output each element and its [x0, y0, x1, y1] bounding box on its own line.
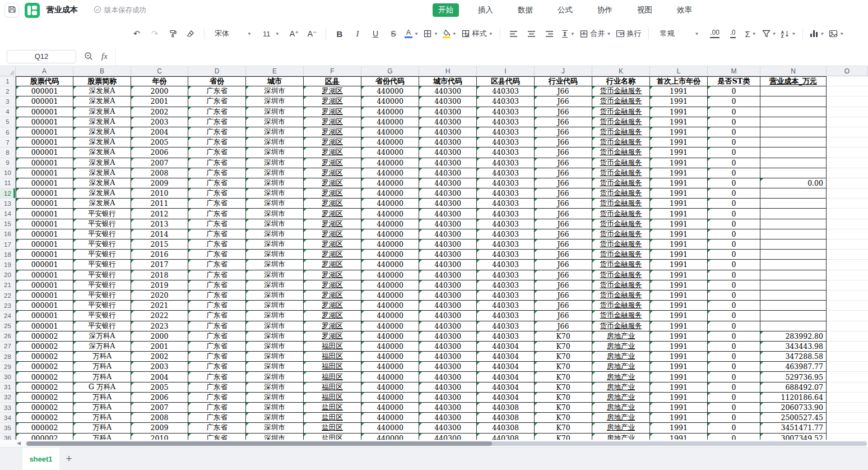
cell[interactable] — [827, 188, 868, 199]
header-cell[interactable]: 是否ST类 — [708, 76, 760, 86]
cell[interactable]: 货币金融服务 — [592, 301, 650, 311]
cell[interactable]: 深发展A — [73, 96, 131, 107]
cell[interactable]: 0 — [708, 393, 760, 403]
cell[interactable] — [760, 148, 827, 158]
cell[interactable]: 440300 — [419, 107, 477, 117]
cell[interactable]: 盐田区 — [304, 413, 361, 423]
cell[interactable]: 0 — [708, 219, 760, 229]
cell[interactable]: J66 — [535, 229, 592, 239]
cell[interactable] — [827, 239, 868, 250]
cell[interactable]: 440303 — [477, 178, 535, 188]
cell[interactable]: 440303 — [477, 260, 535, 270]
cell[interactable]: 平安银行 — [73, 260, 131, 270]
cell[interactable]: 广东省 — [188, 199, 246, 209]
cell[interactable]: 深圳市 — [246, 362, 304, 372]
cell[interactable]: 0 — [708, 301, 760, 311]
cell[interactable]: 房地产业 — [592, 434, 650, 440]
cell[interactable] — [760, 260, 827, 270]
cell[interactable]: 广东省 — [188, 352, 246, 362]
row-header[interactable]: 7 — [0, 137, 16, 148]
cell[interactable]: 1991 — [650, 291, 708, 301]
cell[interactable]: 2023 — [131, 321, 188, 331]
cell[interactable]: 深万科A — [73, 331, 131, 342]
cell[interactable]: 广东省 — [188, 209, 246, 219]
row-header[interactable]: 23 — [0, 301, 16, 311]
autosum-button[interactable]: Σ ▼ — [744, 26, 758, 41]
cell[interactable]: 440300 — [419, 250, 477, 260]
cell[interactable] — [827, 209, 868, 219]
cell[interactable] — [760, 107, 827, 117]
cell[interactable]: 440308 — [477, 413, 535, 423]
cell[interactable]: 2007 — [131, 158, 188, 168]
row-header[interactable]: 29 — [0, 362, 16, 372]
cell[interactable]: J66 — [535, 219, 592, 229]
scroll-left-icon[interactable]: ◀ — [17, 441, 21, 446]
cell[interactable]: 深圳市 — [246, 280, 304, 291]
cell[interactable] — [827, 413, 868, 423]
cell[interactable]: 1991 — [650, 250, 708, 260]
merge-cells-button[interactable]: 合并 ▼ — [579, 26, 611, 41]
cell[interactable]: 440303 — [477, 280, 535, 291]
header-cell[interactable]: 城市代码 — [419, 76, 477, 86]
cell[interactable]: 1991 — [650, 362, 708, 372]
column-header[interactable]: M — [708, 66, 760, 76]
cell[interactable]: 福田区 — [304, 352, 361, 362]
row-header[interactable]: 24 — [0, 311, 16, 321]
cell[interactable]: 货币金融服务 — [592, 219, 650, 229]
cell[interactable]: 440000 — [361, 260, 419, 270]
font-color-button[interactable]: A ▼ — [405, 26, 419, 41]
cell[interactable]: 福田区 — [304, 372, 361, 382]
cell[interactable]: 440300 — [419, 342, 477, 352]
cell[interactable]: 0 — [708, 403, 760, 413]
menu-item-3[interactable]: 公式 — [552, 3, 578, 17]
cell[interactable] — [760, 117, 827, 127]
cell[interactable]: 2020 — [131, 291, 188, 301]
column-header[interactable]: D — [188, 66, 246, 76]
wrap-text-button[interactable]: 换行 — [616, 26, 642, 41]
cell[interactable]: 深圳市 — [246, 229, 304, 239]
row-header[interactable]: 33 — [0, 403, 16, 413]
row-header[interactable]: 32 — [0, 393, 16, 403]
cell[interactable]: 罗湖区 — [304, 86, 361, 96]
cell[interactable]: 广东省 — [188, 321, 246, 331]
cell[interactable]: 广东省 — [188, 301, 246, 311]
cell[interactable]: 深圳市 — [246, 96, 304, 107]
select-all-corner[interactable] — [0, 66, 16, 76]
cell[interactable]: 000001 — [16, 270, 73, 280]
cell[interactable]: 000001 — [16, 158, 73, 168]
cell[interactable]: 000001 — [16, 168, 73, 178]
cell[interactable]: 罗湖区 — [304, 280, 361, 291]
eraser-button[interactable] — [184, 26, 197, 41]
scrollbar-thumb[interactable] — [27, 441, 492, 446]
cell[interactable]: 1991 — [650, 423, 708, 433]
cell[interactable]: 1991 — [650, 331, 708, 342]
cell[interactable]: 深圳市 — [246, 301, 304, 311]
column-header[interactable]: K — [592, 66, 650, 76]
cell[interactable]: 440300 — [419, 434, 477, 440]
cell[interactable]: 广东省 — [188, 393, 246, 403]
increase-font-button[interactable]: A⁺ — [287, 26, 301, 41]
cell[interactable]: 0 — [708, 331, 760, 342]
cell[interactable]: 1991 — [650, 311, 708, 321]
cell[interactable] — [760, 209, 827, 219]
cell[interactable]: 440303 — [477, 219, 535, 229]
cell[interactable]: 货币金融服务 — [592, 270, 650, 280]
cell[interactable]: 0 — [708, 342, 760, 352]
cell[interactable]: J66 — [535, 96, 592, 107]
cell[interactable]: 罗湖区 — [304, 168, 361, 178]
cell[interactable] — [760, 96, 827, 107]
header-cell[interactable]: 首次上市年份 — [650, 76, 708, 86]
name-box[interactable]: Q12 — [7, 50, 76, 63]
cell[interactable]: 广东省 — [188, 270, 246, 280]
cell[interactable]: 440303 — [477, 331, 535, 342]
cell[interactable]: 440300 — [419, 117, 477, 127]
cell[interactable]: 440304 — [477, 372, 535, 382]
cell[interactable]: 深发展A — [73, 158, 131, 168]
row-header[interactable]: 16 — [0, 229, 16, 239]
cell[interactable]: 000002 — [16, 383, 73, 393]
cell[interactable]: 0.00 — [760, 178, 827, 188]
cell[interactable]: 1120186.64 — [760, 393, 827, 403]
cell[interactable]: 1991 — [650, 148, 708, 158]
cell[interactable]: 440303 — [477, 311, 535, 321]
cell[interactable]: 深圳市 — [246, 250, 304, 260]
